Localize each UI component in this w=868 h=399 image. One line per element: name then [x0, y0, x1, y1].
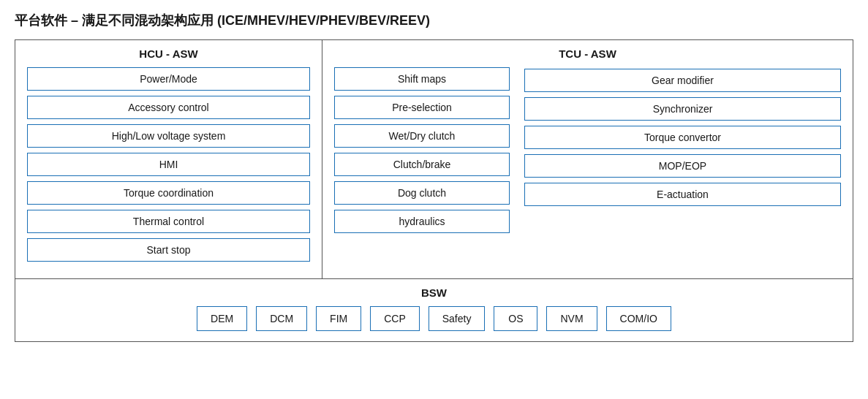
hcu-module-box: Thermal control [27, 210, 310, 233]
tcu-right-modules: Gear modifierSynchronizerTorque converto… [524, 67, 841, 238]
main-container: HCU - ASW Power/ModeAccessory controlHig… [15, 39, 853, 342]
hcu-title: HCU - ASW [27, 48, 310, 60]
tcu-left-module-box: Dog clutch [334, 181, 510, 205]
bsw-module-box: NVM [546, 306, 597, 331]
hcu-module-box: Power/Mode [27, 67, 310, 91]
bsw-title: BSW [30, 286, 838, 299]
bsw-module-box: COM/IO [606, 306, 671, 331]
bsw-module-box: CCP [370, 306, 420, 331]
hcu-module-box: High/Low voltage system [27, 124, 310, 148]
tcu-left-module-box: Wet/Dry clutch [334, 124, 510, 148]
tcu-left-module-box: Clutch/brake [334, 153, 510, 176]
tcu-right-module-box: Torque convertor [524, 126, 841, 149]
tcu-right-module-box: Synchronizer [524, 97, 841, 121]
bsw-items: DEMDCMFIMCCPSafetyOSNVMCOM/IO [30, 306, 838, 331]
tcu-panel: TCU - ASW Shift mapsPre-selectionWet/Dry… [322, 40, 853, 278]
hcu-module-box: HMI [27, 153, 310, 176]
bsw-module-box: DEM [197, 306, 247, 331]
tcu-left-modules: Shift mapsPre-selectionWet/Dry clutchClu… [334, 67, 510, 238]
bsw-panel: BSW DEMDCMFIMCCPSafetyOSNVMCOM/IO [15, 279, 853, 341]
hcu-panel: HCU - ASW Power/ModeAccessory controlHig… [15, 40, 322, 278]
page-title: 平台软件 – 满足不同混动架构应用 (ICE/MHEV/HEV/PHEV/BEV… [15, 12, 853, 29]
tcu-left-module-box: Shift maps [334, 67, 510, 91]
bsw-module-box: FIM [316, 306, 361, 331]
bsw-module-box: Safety [429, 306, 486, 331]
hcu-module-box: Start stop [27, 238, 310, 262]
top-section: HCU - ASW Power/ModeAccessory controlHig… [15, 40, 853, 279]
hcu-module-box: Torque coordination [27, 181, 310, 205]
tcu-inner: Shift mapsPre-selectionWet/Dry clutchClu… [334, 67, 841, 238]
bsw-module-box: OS [494, 306, 537, 331]
tcu-right-module-box: Gear modifier [524, 69, 841, 92]
tcu-right-module-box: E-actuation [524, 183, 841, 206]
tcu-right-module-box: MOP/EOP [524, 154, 841, 178]
tcu-title: TCU - ASW [334, 48, 841, 60]
bsw-module-box: DCM [256, 306, 307, 331]
hcu-modules: Power/ModeAccessory controlHigh/Low volt… [27, 67, 310, 262]
tcu-left-module-box: hydraulics [334, 210, 510, 233]
tcu-left-module-box: Pre-selection [334, 96, 510, 119]
hcu-module-box: Accessory control [27, 96, 310, 119]
